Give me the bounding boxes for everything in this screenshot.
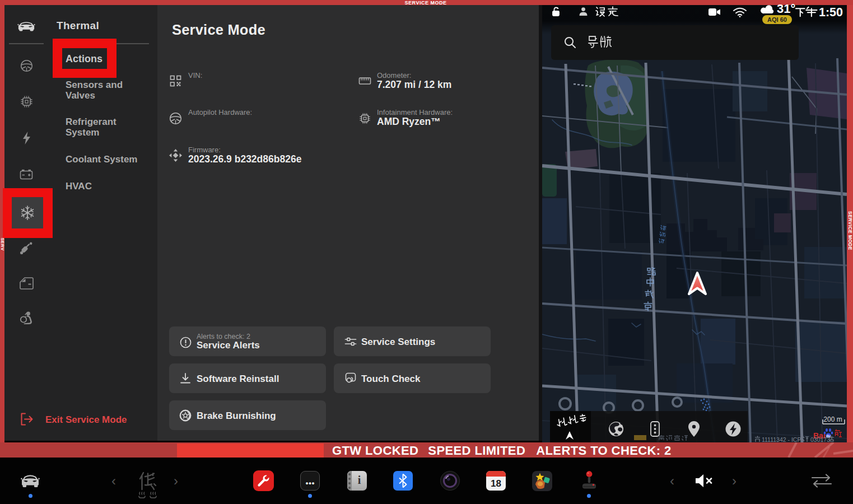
svg-text:200 m: 200 m — [823, 416, 842, 423]
svg-text:11111342 - ICP: 11111342 - ICP — [762, 436, 801, 442]
svg-text:030173: 030173 — [810, 436, 830, 442]
